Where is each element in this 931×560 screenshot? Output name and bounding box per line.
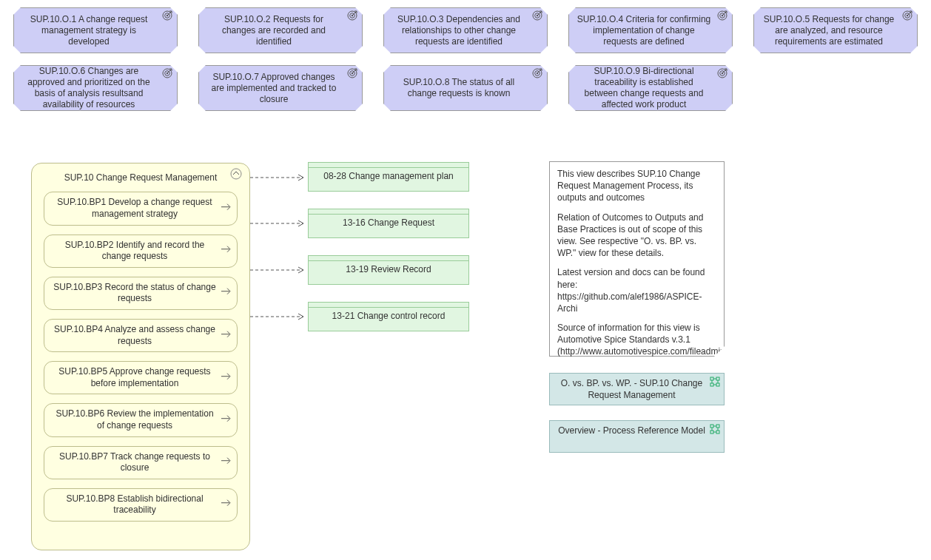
svg-point-16 [903, 11, 912, 20]
bp-label: SUP.10.BP6 Review the implementation of … [52, 408, 218, 431]
svg-point-0 [163, 11, 172, 20]
svg-rect-43 [710, 431, 713, 434]
collapse-icon[interactable] [230, 168, 242, 182]
output-label: 13-19 Review Record [309, 261, 468, 277]
output-3[interactable]: 13-19 Review Record [308, 255, 469, 285]
arrow-right-icon [221, 245, 232, 257]
bp-4[interactable]: SUP.10.BP4 Analyze and assess change req… [44, 319, 238, 352]
target-icon [532, 10, 542, 21]
arrow-right-icon [221, 203, 232, 215]
svg-rect-37 [710, 377, 713, 380]
svg-point-32 [718, 69, 727, 78]
arrow-right-icon [221, 456, 232, 469]
svg-point-28 [533, 69, 542, 78]
outcome-o4[interactable]: SUP.10.O.4 Criteria for confirming imple… [568, 7, 733, 53]
arrow-right-icon [221, 287, 232, 300]
link-label: O. vs. BP. vs. WP. - SUP.10 Change Reque… [557, 378, 706, 401]
svg-point-18 [907, 15, 908, 16]
outcome-label: SUP.10.O.3 Dependencies and relationship… [391, 14, 526, 47]
outcome-o2[interactable]: SUP.10.O.2 Requests for changes are reco… [198, 7, 363, 53]
target-icon [347, 10, 357, 21]
svg-rect-40 [716, 383, 719, 386]
target-icon [717, 68, 727, 78]
svg-point-26 [352, 72, 353, 74]
svg-rect-38 [716, 377, 719, 380]
bp-label: SUP.10.BP2 Identify and record the chang… [52, 240, 218, 263]
output-label: 08-28 Change management plan [309, 168, 468, 184]
bp-label: SUP.10.BP3 Record the status of change r… [52, 282, 218, 305]
svg-point-30 [537, 72, 538, 74]
bp-label: SUP.10.BP8 Establish bidirectional trace… [52, 493, 218, 516]
svg-point-5 [350, 13, 355, 18]
outcome-label: SUP.10.O.6 Changes are approved and prio… [21, 66, 156, 110]
outcome-label: SUP.10.O.2 Requests for changes are reco… [206, 14, 341, 47]
bp-7[interactable]: SUP.10.BP7 Track change requests to clos… [44, 446, 238, 479]
svg-line-23 [167, 69, 172, 73]
svg-point-22 [167, 72, 168, 74]
svg-rect-41 [710, 425, 713, 428]
target-icon [902, 10, 912, 21]
svg-point-10 [537, 15, 538, 16]
svg-point-13 [720, 13, 725, 18]
svg-point-17 [905, 13, 910, 18]
outcome-label: SUP.10.O.9 Bi-directional traceability i… [577, 66, 711, 110]
note-p4: Source of information for this view is A… [557, 322, 716, 370]
connectors [250, 161, 309, 324]
outcome-o8[interactable]: SUP.10.O.8 The status of all change requ… [383, 65, 548, 111]
bp-label: SUP.10.BP1 Develop a change request mana… [52, 197, 218, 220]
outcome-o5[interactable]: SUP.10.O.5 Requests for change are analy… [753, 7, 918, 53]
target-icon [162, 10, 172, 21]
bp-6[interactable]: SUP.10.BP6 Review the implementation of … [44, 403, 238, 436]
svg-point-14 [722, 15, 723, 16]
outcome-o3[interactable]: SUP.10.O.3 Dependencies and relationship… [383, 7, 548, 53]
link-o-vs-bp-vs-wp[interactable]: O. vs. BP. vs. WP. - SUP.10 Change Reque… [549, 373, 725, 405]
output-2[interactable]: 13-16 Change Request [308, 209, 469, 238]
bp-5[interactable]: SUP.10.BP5 Approve change requests befor… [44, 361, 238, 394]
tree-icon [710, 424, 720, 438]
bp-1[interactable]: SUP.10.BP1 Develop a change request mana… [44, 192, 238, 225]
bp-2[interactable]: SUP.10.BP2 Identify and record the chang… [44, 235, 238, 268]
svg-point-9 [535, 13, 540, 18]
svg-line-7 [352, 11, 357, 16]
outcome-o9[interactable]: SUP.10.O.9 Bi-directional traceability i… [568, 65, 733, 111]
outcome-label: SUP.10.O.4 Criteria for confirming imple… [577, 14, 711, 47]
note-p3: Latest version and docs can be found her… [557, 266, 716, 314]
svg-point-34 [722, 72, 723, 74]
bp-3[interactable]: SUP.10.BP3 Record the status of change r… [44, 277, 238, 310]
svg-point-24 [348, 69, 357, 78]
target-icon [532, 68, 542, 78]
svg-line-3 [167, 11, 172, 16]
target-icon [162, 68, 172, 78]
arrow-right-icon [221, 329, 232, 342]
svg-point-4 [348, 11, 357, 20]
arrow-right-icon [221, 414, 232, 427]
svg-rect-44 [716, 431, 719, 434]
svg-line-19 [907, 11, 912, 16]
bp-8[interactable]: SUP.10.BP8 Establish bidirectional trace… [44, 488, 238, 522]
process-sup10[interactable]: SUP.10 Change Request Management SUP.10.… [31, 163, 250, 550]
note-p2: Relation of Outcomes to Outputs and Base… [557, 212, 716, 260]
outcome-o7[interactable]: SUP.10.O.7 Approved changes are implemen… [198, 65, 363, 111]
svg-point-2 [167, 15, 168, 16]
svg-rect-36 [231, 169, 241, 179]
svg-line-11 [537, 11, 542, 16]
bp-label: SUP.10.BP7 Track change requests to clos… [52, 451, 218, 474]
svg-rect-39 [710, 383, 713, 386]
outcome-label: SUP.10.O.1 A change request management s… [21, 14, 156, 47]
link-overview-prm[interactable]: Overview - Process Reference Model [549, 420, 725, 453]
svg-point-33 [720, 71, 725, 76]
arrow-right-icon [221, 371, 232, 384]
output-1[interactable]: 08-28 Change management plan [308, 162, 469, 192]
outcome-o6[interactable]: SUP.10.O.6 Changes are approved and prio… [13, 65, 178, 111]
svg-point-6 [352, 15, 353, 16]
svg-point-21 [165, 71, 170, 76]
tree-icon [710, 377, 720, 391]
link-label: Overview - Process Reference Model [558, 425, 705, 437]
process-title: SUP.10 Change Request Management [61, 172, 220, 183]
bp-label: SUP.10.BP5 Approve change requests befor… [52, 366, 218, 389]
output-4[interactable]: 13-21 Change control record [308, 302, 469, 331]
svg-line-35 [722, 69, 727, 73]
svg-point-25 [350, 71, 355, 76]
outcome-o1[interactable]: SUP.10.O.1 A change request management s… [13, 7, 178, 53]
svg-line-15 [722, 11, 727, 16]
